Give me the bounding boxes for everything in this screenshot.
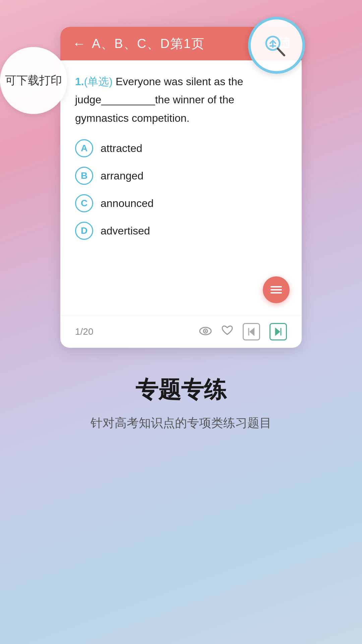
fab-menu-button[interactable]: [263, 276, 290, 303]
option-a-circle: A: [75, 139, 93, 157]
question-text: 1.(单选) Everyone was silent as the judge_…: [75, 72, 287, 127]
option-c-circle: C: [75, 194, 93, 212]
download-tooltip: 可下载打印: [0, 47, 67, 114]
header-left: ← A、B、C、D第1页: [72, 35, 205, 52]
card-body: 1.(单选) Everyone was silent as the judge_…: [60, 60, 302, 315]
hamburger-icon: [270, 286, 282, 293]
question-type: (单选): [84, 75, 113, 88]
skip-back-button[interactable]: [243, 323, 260, 340]
option-a[interactable]: A attracted: [75, 139, 287, 157]
option-c-text: announced: [101, 197, 154, 210]
svg-rect-8: [283, 45, 285, 47]
option-d[interactable]: D advertised: [75, 222, 287, 240]
bottom-section: 专题专练 针对高考知识点的专项类练习题目: [64, 375, 298, 433]
option-a-text: attracted: [101, 142, 142, 155]
svg-rect-7: [280, 45, 282, 47]
question-number: 1.: [75, 75, 84, 88]
footer-controls: [199, 323, 287, 340]
svg-rect-6: [286, 43, 287, 44]
svg-rect-5: [283, 43, 285, 44]
calendar-icon[interactable]: [278, 36, 290, 51]
option-b-text: arranged: [101, 170, 143, 182]
option-d-text: advertised: [101, 225, 150, 237]
svg-point-15: [205, 330, 206, 332]
bottom-subtitle: 针对高考知识点的专项类练习题目: [90, 413, 272, 433]
option-d-circle: D: [75, 222, 93, 240]
skip-next-button[interactable]: [269, 323, 287, 340]
favorite-icon[interactable]: [221, 325, 233, 338]
bottom-title: 专题专练: [90, 375, 272, 405]
option-b-circle: B: [75, 167, 93, 185]
header-icons: [278, 36, 290, 51]
download-tooltip-text: 可下载打印: [5, 73, 62, 88]
quiz-card: ← A、B、C、D第1页: [60, 27, 302, 348]
page-title: A、B、C、D第1页: [92, 35, 205, 52]
page-count: 1/20: [75, 326, 94, 337]
option-b[interactable]: B arranged: [75, 167, 287, 185]
eye-icon[interactable]: [199, 325, 212, 338]
option-c[interactable]: C announced: [75, 194, 287, 212]
back-button[interactable]: ←: [72, 37, 86, 50]
options-list: A attracted B arranged C announced D adv…: [75, 139, 287, 240]
card-footer: 1/20: [60, 315, 302, 348]
card-header: ← A、B、C、D第1页: [60, 27, 302, 60]
svg-rect-4: [280, 43, 282, 44]
